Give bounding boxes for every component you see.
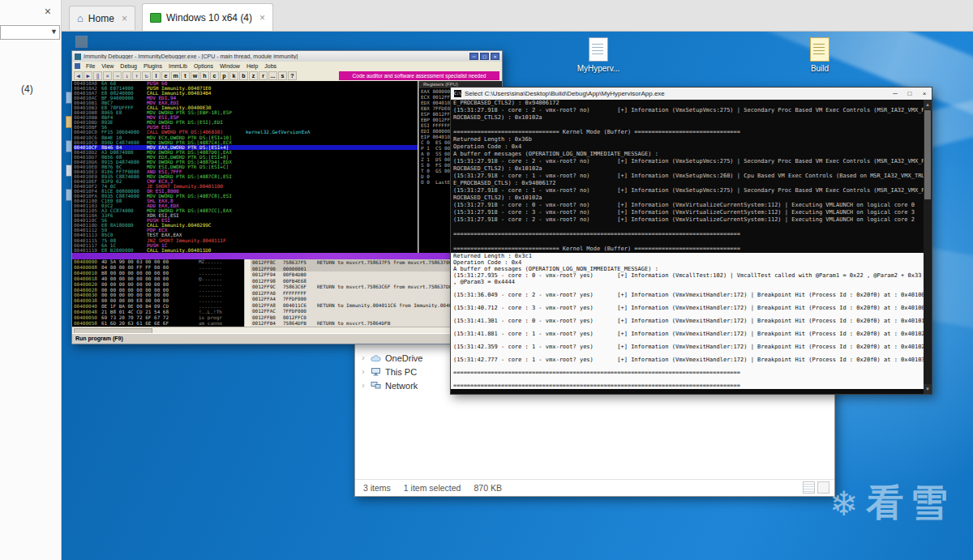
desktop-icon-myhypervisorapp[interactable]: MyHyperv... (576, 37, 621, 73)
maximize-button[interactable]: □ (902, 88, 917, 100)
toolbar-letter-button[interactable]: h (200, 71, 209, 80)
dump-scrollbar[interactable] (244, 259, 251, 327)
toolbar-letter-button[interactable]: m (171, 71, 180, 80)
chevron-right-icon[interactable]: › (360, 381, 366, 390)
menu-item-file[interactable]: File (83, 63, 98, 69)
console-line-selected (451, 298, 924, 305)
nav-item-label: This PC (385, 367, 417, 377)
toolbar-letter-button[interactable]: p (220, 71, 229, 80)
minimize-button[interactable]: ─ (888, 88, 902, 100)
menu-item-debug[interactable]: Debug (117, 63, 140, 69)
vmware-sidebar: × ▼ (4) (0, 0, 62, 560)
snowflake-logo-icon: ❄ (829, 484, 858, 524)
onedrive-icon (371, 354, 381, 362)
debugger-status-bar: Run program (F9) (72, 333, 502, 344)
toolbar-icon-button[interactable]: × (103, 71, 112, 80)
console-title-bar[interactable]: C:\ Select C:\Users\sina\Desktop\Build\D… (451, 88, 932, 100)
toolbar-icon-button[interactable]: ‖ (93, 71, 102, 80)
dump-row[interactable]: 0040005861 6D 20 63 61 6E 6E 6Fam canno (74, 321, 244, 327)
toolbar-icon-button[interactable]: ↻ (142, 71, 151, 80)
toolbar-icon-button[interactable]: ↓ (122, 71, 131, 80)
menu-item-help[interactable]: Help (243, 63, 261, 69)
console-line-selected: (15:31:36.049 - core : 2 - vmx-root? yes… (451, 292, 924, 298)
tab-vm-windows10[interactable]: Windows 10 x64 (4) × (142, 3, 273, 31)
chevron-right-icon[interactable]: › (360, 353, 366, 362)
toolbar-icon-button[interactable]: ▶ (84, 71, 92, 80)
cell: 0012FF90 (252, 266, 283, 272)
computer-icon (371, 367, 381, 376)
menu-item-immlib[interactable]: ImmLib (165, 63, 191, 69)
sidebar-library-item[interactable]: (4) (21, 83, 33, 95)
chevron-right-icon[interactable]: › (360, 367, 366, 376)
toolbar-letter-button[interactable]: s (278, 71, 287, 80)
thumbnail-view-button[interactable] (817, 481, 829, 494)
tab-home-close-icon[interactable]: × (122, 13, 127, 24)
maximize-button[interactable]: □ (480, 53, 489, 60)
menu-item-plugins[interactable]: Plugins (140, 63, 165, 69)
console-line: =============================== Kernel M… (451, 246, 924, 253)
cell: 0012FFB0 (252, 314, 283, 321)
desktop-icon-build[interactable]: Build (797, 37, 842, 73)
console-app-icon: C:\ (454, 90, 461, 97)
toolbar-letter-button[interactable]: b (239, 71, 248, 80)
disasm-row[interactable]: 00401119E8 B2000000CALL Immunity.004011D… (74, 248, 418, 253)
console-line: Returned Length : 0x36b (451, 136, 924, 143)
console-scrollbar[interactable]: ▲ ▼ (924, 100, 932, 394)
toolbar-icon-button[interactable]: ◀ (74, 71, 83, 80)
console-line: A buffer of messages (OPERATION_LOG_NON_… (451, 151, 924, 158)
toolbar-icon-button[interactable]: ↑ (132, 71, 141, 80)
details-view-button[interactable] (803, 481, 815, 494)
toolbar-letter-button[interactable]: e (161, 71, 170, 80)
cell: 0012FFA0 (252, 290, 283, 297)
toolbar-letter-button[interactable]: t (181, 71, 190, 80)
console-line: =============================== Kernel M… (451, 129, 924, 136)
sidebar-search-combobox[interactable]: ▼ (0, 25, 60, 40)
cell: 00401119 (74, 248, 101, 253)
console-line-selected: Returned Length : 0x3c1 (451, 253, 924, 259)
menu-item-jobs[interactable]: Jobs (261, 63, 280, 69)
toolbar-letter-button[interactable]: c (210, 71, 219, 80)
toolbar-letter-button[interactable]: ? (288, 71, 297, 80)
status-item-count: 3 items (363, 483, 391, 493)
toolbar-letter-button[interactable]: r (259, 71, 268, 80)
menu-item-window[interactable]: Window (216, 63, 243, 69)
close-button[interactable]: × (491, 53, 499, 60)
toolbar-letter-button[interactable]: w (191, 71, 199, 80)
cell: 00000001 (283, 266, 317, 272)
console-line: (15:31:27.918 - core : 1 - vmx-root? no)… (451, 187, 924, 195)
minimize-button[interactable]: ─ (469, 53, 478, 60)
scroll-up-icon[interactable]: ▲ (924, 100, 932, 109)
nav-item-label: OneDrive (385, 353, 422, 363)
cell: 00FB4DB0 (283, 271, 317, 278)
tab-home[interactable]: ⌂ Home × (69, 6, 135, 30)
toolbar-letter-button[interactable]: k (229, 71, 238, 80)
cell: E8 B2000000 (101, 248, 147, 253)
console-line-selected (451, 363, 924, 370)
plugin-banner: Code auditor and software assessment spe… (339, 71, 499, 80)
menu-item-view[interactable]: View (98, 63, 117, 69)
toolbar-letter-button[interactable]: l (152, 71, 161, 80)
console-line-selected (451, 350, 924, 357)
debugger-title-bar[interactable]: Immunity Debugger - ImmunityDebugger.exe… (72, 51, 502, 62)
console-line-selected: ========================================… (451, 383, 924, 389)
cell: 0012FFA4 (252, 296, 283, 302)
toolbar-letter-button[interactable]: ... (268, 71, 277, 80)
cell: 75864DFB (283, 320, 317, 327)
menu-item-options[interactable]: Options (191, 63, 216, 69)
sidebar-close-icon[interactable]: × (45, 5, 51, 18)
console-line-selected: , @Param3 = 0x4444 (451, 279, 924, 285)
console-line: ROCBASED_CTLS2) : 0x10102a (451, 195, 924, 202)
toolbar-letter-button[interactable]: z (249, 71, 258, 80)
toolbar-icon-button[interactable]: → (113, 71, 122, 80)
desktop-icon[interactable] (75, 36, 88, 48)
nav-item-label: Network (385, 381, 418, 391)
chevron-down-icon: ▼ (50, 28, 58, 36)
scroll-down-icon[interactable]: ▼ (924, 384, 932, 394)
scrollbar-thumb[interactable] (924, 110, 931, 199)
cell: CALL Immunity.004011D0 (147, 248, 246, 253)
close-button[interactable]: × (917, 88, 932, 100)
tab-vm-close-icon[interactable]: × (259, 12, 265, 24)
vm-screen-icon (150, 13, 161, 23)
console-line-selected: (15:31:27.935 - core : 0 - vmx-root? yes… (451, 272, 924, 279)
cell: am canno (199, 321, 222, 327)
